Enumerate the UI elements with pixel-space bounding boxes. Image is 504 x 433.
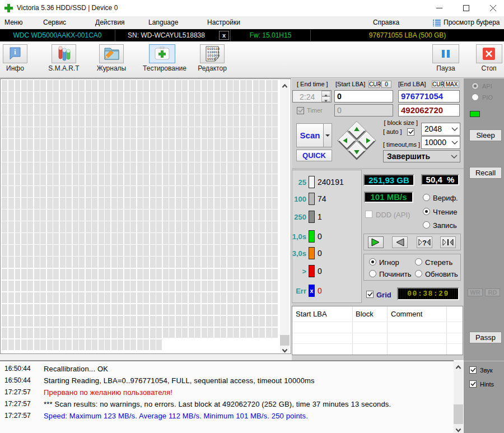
svg-text:?: ?: [422, 239, 427, 247]
svg-text:0001: 0001: [207, 57, 216, 61]
